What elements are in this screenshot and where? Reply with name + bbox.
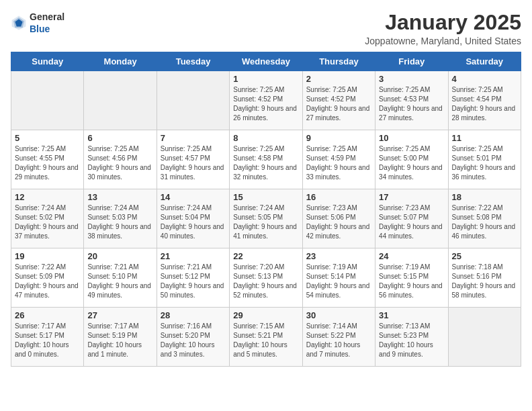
calendar-cell: 1Sunrise: 7:25 AMSunset: 4:52 PMDaylight… [230,71,302,130]
weekday-header-wednesday: Wednesday [230,52,302,71]
day-number: 1 [233,74,298,84]
calendar-cell: 24Sunrise: 7:19 AMSunset: 5:15 PMDayligh… [375,248,448,308]
title-area: January 2025 Joppatowne, Maryland, Unite… [365,11,521,46]
weekday-header-thursday: Thursday [302,52,375,71]
day-info: Sunrise: 7:21 AMSunset: 5:10 PMDaylight:… [87,263,152,300]
day-number: 21 [161,251,226,261]
day-info: Sunrise: 7:25 AMSunset: 4:59 PMDaylight:… [306,144,371,182]
week-row-3: 12Sunrise: 7:24 AMSunset: 5:02 PMDayligh… [11,189,521,248]
day-number: 22 [233,251,298,261]
day-number: 9 [306,133,371,143]
day-number: 4 [452,74,517,84]
day-number: 11 [452,133,517,143]
day-info: Sunrise: 7:17 AMSunset: 5:17 PMDaylight:… [15,322,80,359]
calendar-cell: 8Sunrise: 7:25 AMSunset: 4:58 PMDaylight… [230,130,302,189]
weekday-header-row: SundayMondayTuesdayWednesdayThursdayFrid… [11,52,521,71]
calendar-cell: 11Sunrise: 7:25 AMSunset: 5:01 PMDayligh… [448,130,521,189]
day-info: Sunrise: 7:17 AMSunset: 5:19 PMDaylight:… [87,322,152,359]
weekday-header-tuesday: Tuesday [157,52,229,71]
day-info: Sunrise: 7:25 AMSunset: 5:01 PMDaylight:… [452,144,517,182]
week-row-2: 5Sunrise: 7:25 AMSunset: 4:55 PMDaylight… [11,130,521,189]
day-number: 6 [87,133,152,143]
weekday-header-sunday: Sunday [11,52,84,71]
calendar-cell: 3Sunrise: 7:25 AMSunset: 4:53 PMDaylight… [375,71,448,130]
calendar-cell: 12Sunrise: 7:24 AMSunset: 5:02 PMDayligh… [11,189,84,248]
calendar-cell: 28Sunrise: 7:16 AMSunset: 5:20 PMDayligh… [157,308,229,367]
day-number: 18 [452,192,517,202]
weekday-header-monday: Monday [84,52,157,71]
calendar-cell: 26Sunrise: 7:17 AMSunset: 5:17 PMDayligh… [11,308,84,367]
day-number: 15 [233,192,298,202]
day-info: Sunrise: 7:19 AMSunset: 5:15 PMDaylight:… [379,263,444,300]
calendar-cell: 14Sunrise: 7:24 AMSunset: 5:04 PMDayligh… [157,189,229,248]
day-info: Sunrise: 7:23 AMSunset: 5:06 PMDaylight:… [306,203,371,241]
day-info: Sunrise: 7:25 AMSunset: 4:52 PMDaylight:… [233,85,298,123]
day-info: Sunrise: 7:25 AMSunset: 4:56 PMDaylight:… [87,144,152,182]
calendar-cell: 18Sunrise: 7:22 AMSunset: 5:08 PMDayligh… [448,189,521,248]
day-info: Sunrise: 7:25 AMSunset: 5:00 PMDaylight:… [379,144,444,182]
logo-text: General Blue [30,11,64,35]
day-number: 7 [161,133,226,143]
day-info: Sunrise: 7:13 AMSunset: 5:23 PMDaylight:… [379,322,444,359]
day-info: Sunrise: 7:20 AMSunset: 5:13 PMDaylight:… [233,263,298,300]
day-number: 14 [161,192,226,202]
calendar-cell: 15Sunrise: 7:24 AMSunset: 5:05 PMDayligh… [230,189,302,248]
calendar-body: 1Sunrise: 7:25 AMSunset: 4:52 PMDaylight… [11,71,521,367]
day-number: 17 [379,192,444,202]
day-number: 27 [87,310,152,320]
day-number: 12 [15,192,80,202]
calendar-cell: 23Sunrise: 7:19 AMSunset: 5:14 PMDayligh… [302,248,375,308]
calendar-cell: 10Sunrise: 7:25 AMSunset: 5:00 PMDayligh… [375,130,448,189]
calendar-cell: 27Sunrise: 7:17 AMSunset: 5:19 PMDayligh… [84,308,157,367]
calendar-cell: 5Sunrise: 7:25 AMSunset: 4:55 PMDaylight… [11,130,84,189]
day-info: Sunrise: 7:25 AMSunset: 4:54 PMDaylight:… [452,85,517,123]
calendar-cell [11,71,84,130]
day-number: 10 [379,133,444,143]
weekday-header-saturday: Saturday [448,52,521,71]
calendar-subtitle: Joppatowne, Maryland, United States [365,36,521,46]
logo-icon [11,15,27,31]
day-info: Sunrise: 7:25 AMSunset: 4:55 PMDaylight:… [15,144,80,182]
logo: General Blue [11,11,64,35]
week-row-5: 26Sunrise: 7:17 AMSunset: 5:17 PMDayligh… [11,308,521,367]
day-info: Sunrise: 7:24 AMSunset: 5:02 PMDaylight:… [15,203,80,241]
day-info: Sunrise: 7:25 AMSunset: 4:58 PMDaylight:… [233,144,298,182]
calendar-cell: 16Sunrise: 7:23 AMSunset: 5:06 PMDayligh… [302,189,375,248]
calendar-cell: 30Sunrise: 7:14 AMSunset: 5:22 PMDayligh… [302,308,375,367]
day-info: Sunrise: 7:25 AMSunset: 4:57 PMDaylight:… [161,144,226,182]
calendar-cell: 20Sunrise: 7:21 AMSunset: 5:10 PMDayligh… [84,248,157,308]
day-info: Sunrise: 7:24 AMSunset: 5:04 PMDaylight:… [161,203,226,241]
calendar-cell: 22Sunrise: 7:20 AMSunset: 5:13 PMDayligh… [230,248,302,308]
calendar-title: January 2025 [365,11,521,34]
day-number: 28 [161,310,226,320]
day-number: 16 [306,192,371,202]
day-info: Sunrise: 7:22 AMSunset: 5:08 PMDaylight:… [452,203,517,241]
day-number: 29 [233,310,298,320]
day-number: 2 [306,74,371,84]
day-info: Sunrise: 7:24 AMSunset: 5:05 PMDaylight:… [233,203,298,241]
calendar-cell: 25Sunrise: 7:18 AMSunset: 5:16 PMDayligh… [448,248,521,308]
day-info: Sunrise: 7:22 AMSunset: 5:09 PMDaylight:… [15,263,80,300]
day-info: Sunrise: 7:14 AMSunset: 5:22 PMDaylight:… [306,322,371,359]
day-number: 24 [379,251,444,261]
week-row-1: 1Sunrise: 7:25 AMSunset: 4:52 PMDaylight… [11,71,521,130]
day-info: Sunrise: 7:24 AMSunset: 5:03 PMDaylight:… [87,203,152,241]
day-info: Sunrise: 7:21 AMSunset: 5:12 PMDaylight:… [161,263,226,300]
calendar-cell: 6Sunrise: 7:25 AMSunset: 4:56 PMDaylight… [84,130,157,189]
calendar-cell: 4Sunrise: 7:25 AMSunset: 4:54 PMDaylight… [448,71,521,130]
calendar-cell: 2Sunrise: 7:25 AMSunset: 4:52 PMDaylight… [302,71,375,130]
day-info: Sunrise: 7:23 AMSunset: 5:07 PMDaylight:… [379,203,444,241]
calendar-cell: 29Sunrise: 7:15 AMSunset: 5:21 PMDayligh… [230,308,302,367]
day-info: Sunrise: 7:19 AMSunset: 5:14 PMDaylight:… [306,263,371,300]
day-number: 31 [379,310,444,320]
calendar-cell: 17Sunrise: 7:23 AMSunset: 5:07 PMDayligh… [375,189,448,248]
week-row-4: 19Sunrise: 7:22 AMSunset: 5:09 PMDayligh… [11,248,521,308]
calendar-header: General Blue January 2025 Joppatowne, Ma… [11,11,521,46]
day-number: 25 [452,251,517,261]
calendar-cell: 9Sunrise: 7:25 AMSunset: 4:59 PMDaylight… [302,130,375,189]
calendar-cell: 31Sunrise: 7:13 AMSunset: 5:23 PMDayligh… [375,308,448,367]
day-number: 26 [15,310,80,320]
day-number: 30 [306,310,371,320]
day-number: 20 [87,251,152,261]
calendar-cell: 21Sunrise: 7:21 AMSunset: 5:12 PMDayligh… [157,248,229,308]
